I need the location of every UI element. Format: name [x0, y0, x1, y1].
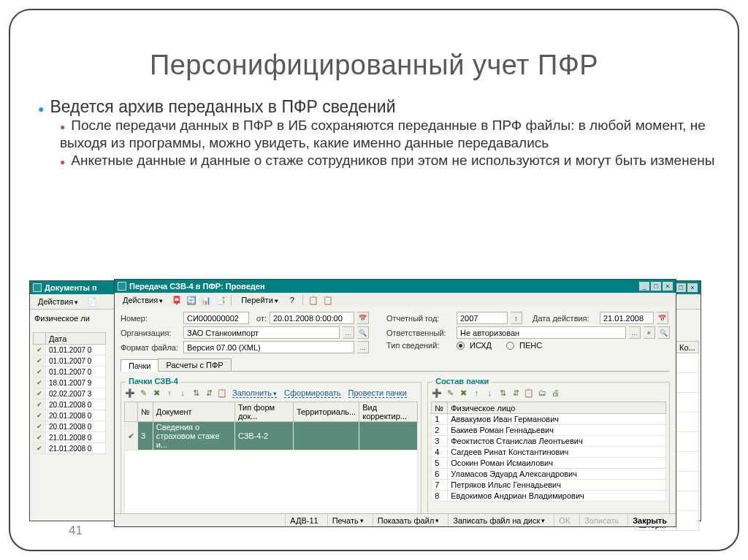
sort-icon[interactable]: ⇵: [510, 387, 522, 399]
toolbar-icon[interactable]: 📋: [322, 294, 334, 306]
input-org[interactable]: ЗАО Станкоимпорт: [183, 326, 340, 339]
close-button[interactable]: ×: [687, 283, 698, 292]
packs-table[interactable]: № Документ Тип форм док... Территориаль.…: [124, 402, 418, 513]
table-row[interactable]: 8Евдокимов Андриан Владимирович: [432, 491, 666, 502]
sub-bullet-1: После передачи данных в ПФР в ИБ сохраня…: [60, 117, 720, 152]
edit-icon[interactable]: ✎: [137, 387, 149, 399]
input-god[interactable]: 2007: [457, 312, 508, 324]
maximize-button[interactable]: □: [651, 282, 661, 291]
form-link[interactable]: Сформировать: [284, 388, 341, 398]
page-number: 41: [69, 523, 83, 538]
down-icon[interactable]: ↓: [484, 387, 495, 399]
window-title: Передача СЗВ-4 в ПФР: Проведен: [129, 282, 265, 291]
table-row[interactable]: 6Уламасов Эдуард Александрович: [432, 469, 666, 480]
input-nomer[interactable]: СИ000000002: [183, 312, 249, 324]
delete-icon[interactable]: ✖: [457, 387, 469, 399]
edit-icon[interactable]: ✎: [444, 387, 456, 399]
input-format[interactable]: Версия 07.00 (XML): [183, 341, 354, 353]
maximize-button[interactable]: □: [676, 283, 686, 292]
table-row[interactable]: ✔21.01.2008 0: [34, 432, 106, 443]
label-nomer: Номер:: [121, 314, 180, 323]
label-dd: Дата действия:: [533, 314, 597, 323]
table-row[interactable]: ✔01.01.2007 0: [34, 367, 106, 377]
table-row[interactable]: ✔20.01.2008 0: [34, 410, 106, 421]
up-icon[interactable]: ↑: [164, 387, 175, 399]
actions-menu[interactable]: Действия: [33, 296, 83, 307]
toolbar-icon[interactable]: 📮: [171, 294, 183, 306]
copy-icon[interactable]: 📋: [216, 387, 228, 399]
szv4-window: Передача СЗВ-4 в ПФР: Проведен _ □ × Дей…: [114, 279, 676, 527]
actions-menu[interactable]: Действия: [118, 294, 168, 306]
toolbar-icon[interactable]: 📋: [308, 294, 319, 306]
input-dd[interactable]: 21.01.2008: [600, 312, 654, 324]
card-icon[interactable]: 🗂: [536, 387, 548, 399]
zapisat-button[interactable]: Записать: [579, 514, 623, 526]
select-icon[interactable]: …: [357, 341, 369, 353]
lookup-icon[interactable]: 🔍: [357, 326, 369, 339]
table-row[interactable]: ✔20.01.2008 0: [34, 421, 106, 432]
close-button[interactable]: Закрыть: [627, 514, 671, 526]
date-picker-icon[interactable]: 📅: [657, 312, 668, 324]
lookup-icon[interactable]: 🔍: [658, 326, 670, 339]
select-icon[interactable]: …: [629, 326, 641, 339]
table-row[interactable]: ✔ 3 Сведения о страховом стаже и... СЗВ-…: [125, 422, 418, 450]
sub-bullet-2: Анкетные данные и данные о стаже сотрудн…: [60, 152, 720, 169]
date-picker-icon[interactable]: 📅: [357, 312, 369, 324]
table-row[interactable]: ✔18.01.2007 9: [34, 377, 106, 388]
up-icon[interactable]: ↑: [470, 387, 482, 399]
sort-icon[interactable]: ⇵: [203, 387, 215, 399]
window-icon: [33, 283, 42, 292]
goto-menu[interactable]: Перейти: [236, 294, 283, 306]
print-button[interactable]: Печать: [327, 514, 368, 526]
toolbar-icon[interactable]: 📊: [200, 294, 212, 306]
help-icon[interactable]: ?: [286, 294, 298, 306]
table-row[interactable]: ✔20.01.2008 0: [34, 399, 106, 410]
radio-pens-label: ПЕНС: [519, 341, 542, 350]
prov-link[interactable]: Провести пачки: [348, 388, 407, 398]
fill-link[interactable]: Заполнить: [232, 388, 277, 398]
slide-title: Персонифицированный учет ПФР: [28, 50, 720, 81]
table-row[interactable]: ✔01.01.2007 0: [34, 345, 106, 356]
radio-ishd[interactable]: [457, 342, 465, 350]
bullet-1: Ведется архив переданных в ПФР сведений …: [38, 97, 720, 169]
spinner-icon[interactable]: ↕: [511, 312, 522, 324]
down-icon[interactable]: ↓: [177, 387, 188, 399]
input-ot[interactable]: 20.01.2008 0:00:00: [270, 312, 354, 324]
sort-icon[interactable]: ⇅: [190, 387, 202, 399]
tab-raschety[interactable]: Расчеты с ПФР: [158, 358, 231, 371]
table-row[interactable]: ✔21.01.2008 0: [34, 443, 106, 454]
adv-button[interactable]: АДВ-11: [285, 514, 322, 526]
show-file-button[interactable]: Показать файл: [373, 514, 444, 526]
add-icon[interactable]: ➕: [431, 387, 443, 399]
people-table[interactable]: № Физическое лицо 1Аввакумов Иван Герман…: [431, 402, 666, 502]
sort-icon[interactable]: ⇅: [497, 387, 508, 399]
select-icon[interactable]: …: [343, 326, 354, 339]
table-row[interactable]: 3Феоктистов Станислав Леонтьевич: [432, 436, 666, 447]
label-tip: Тип сведений:: [386, 341, 454, 350]
toolbar-icon[interactable]: 🔄: [186, 294, 197, 306]
minimize-button[interactable]: _: [639, 282, 649, 291]
table-row[interactable]: 4Сагдеев Ринат Константинович: [432, 447, 666, 458]
col-date: Дата: [46, 333, 106, 345]
table-row[interactable]: 5Осокин Роман Исмаилович: [432, 458, 666, 469]
toolbar-icon[interactable]: 📑: [215, 294, 226, 306]
save-file-button[interactable]: Записать файл на диск: [448, 514, 549, 526]
table-row[interactable]: 2Бакиев Роман Геннадьевич: [432, 425, 666, 436]
tab-pachki[interactable]: Пачки: [121, 359, 159, 372]
add-icon[interactable]: ➕: [124, 387, 136, 399]
table-row[interactable]: 7Петряков Ильяс Геннадьевич: [432, 480, 666, 491]
input-resp[interactable]: Не авторизован: [457, 326, 626, 339]
list-icon[interactable]: 📋: [523, 387, 535, 399]
dates-table[interactable]: Дата ✔01.01.2007 0✔01.01.2007 0✔01.01.20…: [33, 332, 106, 454]
toolbar-icon[interactable]: 📄: [86, 296, 98, 307]
print-icon[interactable]: 🖨: [549, 387, 561, 399]
table-row[interactable]: ✔02.02.2007 3: [34, 388, 106, 399]
table-row[interactable]: 1Аввакумов Иван Германович: [432, 414, 666, 425]
label-ot: от:: [252, 314, 267, 323]
radio-pens[interactable]: [506, 342, 514, 350]
delete-icon[interactable]: ✖: [150, 387, 162, 399]
close-button[interactable]: ×: [663, 282, 673, 291]
table-row[interactable]: ✔01.01.2007 0: [34, 356, 106, 367]
clear-icon[interactable]: ×: [644, 326, 655, 339]
ok-button[interactable]: OK: [554, 514, 575, 526]
